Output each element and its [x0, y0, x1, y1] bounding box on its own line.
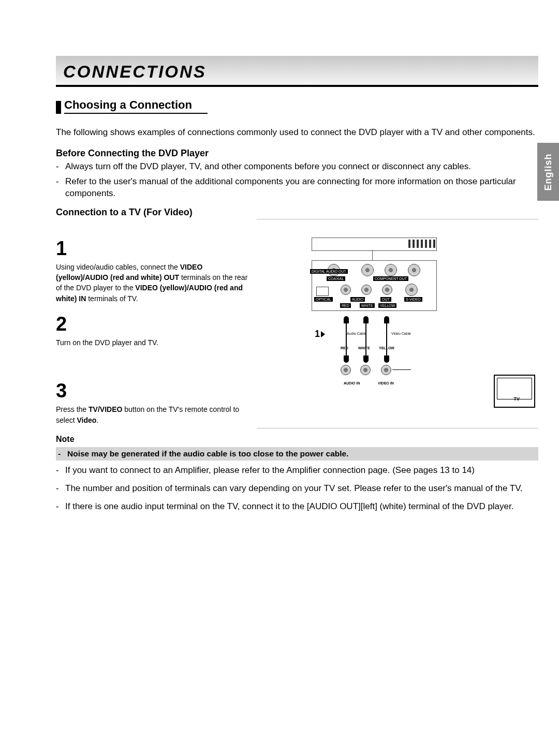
tv-jack-yellow [381, 365, 391, 375]
note-list: -If you want to connect to an Amplifier,… [56, 465, 538, 513]
note-item: -The number and position of terminals ca… [56, 483, 538, 495]
tv-jack-red [341, 365, 351, 375]
jack-optical [316, 287, 329, 296]
subheading: Choosing a Connection [64, 98, 208, 114]
step-text: Turn on the DVD player and TV. [56, 337, 253, 348]
connection-diagram: DIGITAL AUDIO OUT COAXIAL COMPONENT OUT … [271, 228, 533, 425]
note-heading: Note [56, 435, 538, 444]
play-icon [321, 331, 325, 337]
label-audio-cable: Audio Cable [347, 332, 366, 335]
label-white-mid: WHITE [358, 346, 370, 350]
label-yellow-top: YELLOW [378, 303, 396, 308]
steps-column: 1Using video/audio cables, connect the V… [56, 228, 253, 425]
section-title-block: CONNECTIONS [56, 56, 538, 87]
connection-heading: Connection to a TV (For Video) [56, 207, 538, 218]
jack-audio-r [361, 285, 372, 295]
label-red-top: RED [340, 303, 351, 308]
diagram-top-rule [257, 219, 538, 219]
cable-video-yellow [383, 316, 390, 363]
label-audio: AUDIO [350, 297, 365, 302]
before-item: -Always turn off the DVD player, TV, and… [56, 161, 538, 173]
label-svideo: S-VIDEO [404, 297, 422, 302]
section-title: CONNECTIONS [63, 62, 207, 81]
jack-audio-l [341, 285, 351, 295]
label-white-top: WHITE [360, 303, 375, 308]
before-item: -Refer to the user's manual of the addit… [56, 176, 538, 200]
step-number: 3 [56, 380, 253, 402]
jack-video [382, 285, 392, 295]
before-list: -Always turn off the DVD player, TV, and… [56, 161, 538, 200]
dvd-rear-outline [312, 238, 437, 251]
language-tab-label: English [543, 153, 554, 190]
diagram-bottom-rule [257, 428, 538, 428]
jack-component-1 [361, 264, 374, 276]
terminal-panel: DIGITAL AUDIO OUT COAXIAL COMPONENT OUT … [312, 260, 437, 311]
step-number: 1 [56, 238, 253, 260]
before-heading: Before Connecting the DVD Player [56, 148, 538, 159]
step-text: Press the TV/VIDEO button on the TV's re… [56, 404, 253, 425]
label-digital: DIGITAL AUDIO OUT [310, 269, 348, 274]
jack-component-2 [385, 264, 397, 276]
label-yellow-mid: YELLOW [379, 346, 394, 350]
diag-lead-line [372, 250, 373, 260]
cable-audio-red [343, 316, 350, 363]
diagram-step-marker: 1 [315, 329, 325, 339]
label-optical: OPTICAL [314, 297, 333, 302]
cable-audio-white [362, 316, 370, 363]
label-video-cable: Video Cable [391, 332, 411, 335]
label-red-mid: RED [341, 346, 348, 350]
step-number: 2 [56, 313, 253, 335]
intro-paragraph: The following shows examples of connecti… [56, 127, 538, 139]
jack-svideo [405, 284, 418, 296]
note-highlight: -Noise may be generated if the audio cab… [56, 447, 538, 461]
note-item: -If you want to connect to an Amplifier,… [56, 465, 538, 477]
subheading-marker [56, 101, 61, 114]
label-out: OUT [380, 297, 391, 302]
language-tab: English [537, 143, 559, 201]
label-audio-in: AUDIO IN [344, 381, 360, 385]
tv-lead-line [392, 369, 411, 370]
tv-icon [494, 375, 535, 408]
label-coaxial: COAXIAL [327, 276, 345, 281]
label-component: COMPONENT OUT [373, 276, 408, 281]
note-item: -If there is one audio input terminal on… [56, 501, 538, 513]
tv-jack-white [360, 365, 371, 375]
jack-component-3 [408, 264, 420, 276]
label-video-in: VIDEO IN [378, 381, 394, 385]
tv-label: TV [513, 396, 520, 402]
subheading-row: Choosing a Connection [56, 98, 538, 114]
diagram-column: DIGITAL AUDIO OUT COAXIAL COMPONENT OUT … [257, 228, 538, 425]
step-text: Using video/audio cables, connect the VI… [56, 262, 253, 304]
